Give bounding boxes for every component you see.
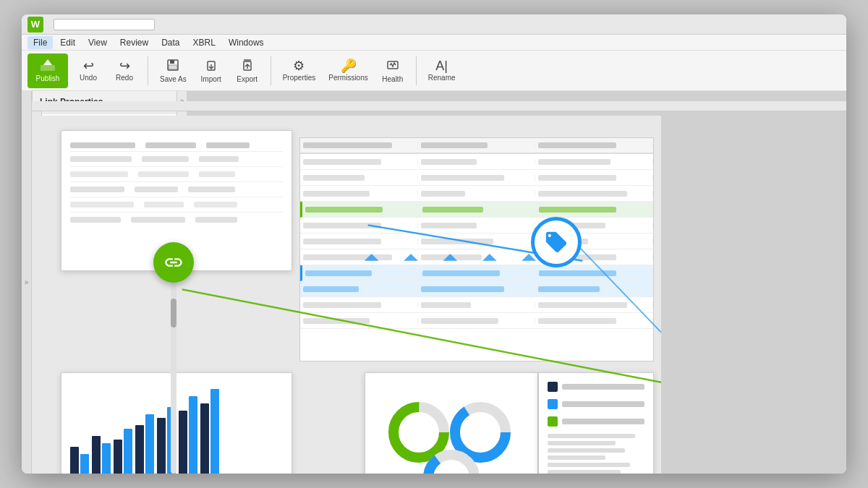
donut-svg bbox=[375, 385, 527, 474]
save-as-label: Save As bbox=[160, 75, 187, 83]
sheet-cell bbox=[535, 175, 653, 181]
svg-rect-3 bbox=[170, 60, 174, 64]
redo-label: Redo bbox=[116, 74, 133, 82]
tag-icon bbox=[544, 230, 569, 254]
sheet-cell bbox=[300, 142, 418, 148]
legend-text bbox=[562, 419, 644, 424]
svg-marker-1 bbox=[43, 59, 52, 65]
sheet-row bbox=[300, 154, 653, 170]
sheet-cell bbox=[418, 254, 536, 260]
sheet-cell bbox=[418, 239, 536, 244]
sheet-cell bbox=[300, 254, 418, 260]
toolbar-divider-1 bbox=[148, 56, 148, 85]
sheet-cell bbox=[420, 207, 537, 213]
export-button[interactable]: Export bbox=[231, 53, 263, 88]
sheet-cell bbox=[535, 286, 653, 292]
sheet-cell bbox=[300, 159, 418, 165]
permissions-icon: 🔑 bbox=[341, 59, 357, 72]
app-window: W File Edit View Review Data XBRL Window… bbox=[22, 14, 846, 474]
tag-circle[interactable] bbox=[531, 217, 582, 267]
sheet-row bbox=[300, 265, 653, 281]
sheet-cell bbox=[418, 318, 536, 324]
title-bar: W bbox=[22, 14, 846, 35]
legend-text bbox=[562, 401, 644, 407]
export-label: Export bbox=[237, 75, 258, 83]
sheet-cell bbox=[420, 270, 537, 276]
sheet-row bbox=[300, 281, 653, 297]
doc-card-legend bbox=[538, 372, 654, 474]
sheet-cell bbox=[535, 159, 653, 165]
legend-item-blue bbox=[548, 399, 644, 409]
main-area: » bbox=[22, 91, 846, 474]
import-button[interactable]: Import bbox=[195, 53, 227, 88]
rename-button[interactable]: A| Rename bbox=[424, 53, 460, 88]
sheet-row bbox=[300, 249, 653, 265]
sheet-cell bbox=[418, 286, 536, 292]
toolbar-divider-2 bbox=[271, 56, 271, 85]
svg-point-19 bbox=[438, 465, 464, 474]
redo-button[interactable]: ↪ Redo bbox=[109, 53, 140, 88]
properties-button[interactable]: ⚙ Properties bbox=[278, 53, 320, 88]
menu-bar: File Edit View Review Data XBRL Windows bbox=[22, 35, 846, 51]
sheet-cell bbox=[300, 175, 418, 181]
permissions-label: Permissions bbox=[328, 74, 367, 82]
sheet-cell bbox=[300, 286, 418, 292]
svg-point-16 bbox=[466, 418, 495, 447]
sheet-cell bbox=[300, 191, 418, 197]
legend-item-dark bbox=[548, 382, 644, 392]
menu-data[interactable]: Data bbox=[156, 36, 185, 49]
title-bar-input bbox=[54, 19, 155, 30]
undo-label: Undo bbox=[80, 74, 97, 82]
menu-review[interactable]: Review bbox=[114, 36, 154, 49]
sheet-cell bbox=[300, 223, 418, 228]
properties-label: Properties bbox=[283, 74, 316, 82]
bar-group bbox=[179, 396, 197, 474]
health-label: Health bbox=[382, 75, 403, 83]
publish-label: Publish bbox=[36, 74, 60, 82]
menu-xbrl[interactable]: XBRL bbox=[187, 36, 221, 49]
sheet-cell bbox=[300, 239, 418, 244]
legend-item-green bbox=[548, 416, 644, 427]
import-icon bbox=[205, 59, 218, 74]
legend-text bbox=[562, 384, 644, 390]
menu-view[interactable]: View bbox=[82, 36, 113, 49]
bar-dark bbox=[179, 411, 187, 474]
health-icon bbox=[386, 59, 399, 74]
menu-file[interactable]: File bbox=[27, 36, 53, 49]
publish-button[interactable]: Publish bbox=[27, 53, 68, 88]
sheet-cell bbox=[418, 142, 536, 148]
sheet-row bbox=[300, 202, 653, 218]
svg-rect-0 bbox=[41, 65, 55, 71]
svg-rect-4 bbox=[169, 65, 177, 69]
permissions-button[interactable]: 🔑 Permissions bbox=[324, 53, 372, 88]
sheet-cell bbox=[300, 318, 418, 324]
toolbar: Publish ↩ Undo ↪ Redo Save As bbox=[22, 51, 846, 91]
app-logo: W bbox=[27, 17, 43, 33]
sheet-cell bbox=[302, 207, 420, 213]
export-icon bbox=[241, 59, 254, 74]
left-collapse-handle[interactable]: » bbox=[22, 91, 32, 474]
svg-point-13 bbox=[404, 418, 433, 447]
sheet-cell bbox=[536, 270, 653, 276]
sheet-cell bbox=[536, 207, 653, 213]
save-as-button[interactable]: Save As bbox=[156, 53, 191, 88]
properties-icon: ⚙ bbox=[293, 59, 305, 72]
menu-windows[interactable]: Windows bbox=[223, 36, 270, 49]
legend-color-green bbox=[548, 416, 558, 427]
right-panel-scrollbar[interactable] bbox=[171, 277, 176, 474]
sheet-grid[interactable] bbox=[299, 137, 654, 361]
legend-color-dark bbox=[548, 382, 558, 392]
undo-button[interactable]: ↩ Undo bbox=[72, 53, 104, 88]
bar-dark bbox=[200, 403, 209, 474]
link-icon bbox=[163, 252, 184, 273]
import-label: Import bbox=[201, 75, 221, 83]
undo-icon: ↩ bbox=[83, 59, 94, 72]
link-circle-top[interactable] bbox=[153, 242, 194, 283]
sheet-header-row bbox=[300, 138, 653, 154]
publish-icon bbox=[41, 59, 55, 73]
menu-edit[interactable]: Edit bbox=[54, 36, 81, 49]
rename-label: Rename bbox=[428, 74, 456, 82]
bar-blue bbox=[189, 396, 197, 474]
sheet-cell bbox=[418, 191, 536, 197]
health-button[interactable]: Health bbox=[377, 53, 409, 88]
